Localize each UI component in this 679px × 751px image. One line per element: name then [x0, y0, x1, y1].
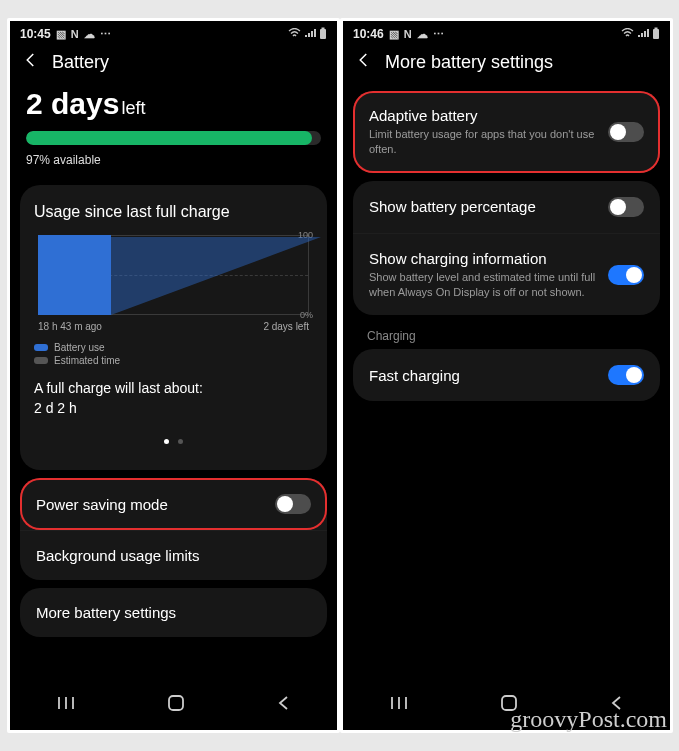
legend-swatch-blue — [34, 344, 48, 351]
estimate-value: 2 d 2 h — [34, 400, 313, 416]
back-button[interactable] — [22, 51, 40, 73]
show-charging-toggle[interactable] — [608, 265, 644, 285]
page-title: More battery settings — [385, 52, 553, 73]
n-icon: N — [404, 28, 412, 40]
time-remaining-value: 2 days — [26, 87, 119, 120]
chart-foot-right: 2 days left — [263, 321, 309, 332]
usage-card: Usage since last full charge 100 0% 18 h… — [20, 185, 327, 470]
nav-home-icon[interactable] — [167, 694, 185, 716]
show-percentage-toggle[interactable] — [608, 197, 644, 217]
battery-summary: 2 daysleft 97% available — [10, 83, 337, 173]
chart-battery-use — [38, 235, 111, 315]
show-charging-label: Show charging information — [369, 250, 600, 267]
page-dot-1 — [164, 439, 169, 444]
section-charging-label: Charging — [367, 329, 670, 343]
power-saving-row[interactable]: Power saving mode — [20, 478, 327, 530]
nav-home-icon[interactable] — [500, 694, 518, 716]
show-charging-sub: Show battery level and estimated time un… — [369, 270, 600, 300]
page-indicator[interactable] — [34, 430, 313, 448]
cloud-icon: ☁ — [84, 28, 95, 41]
usage-chart[interactable]: 100 0% — [38, 235, 309, 315]
show-percentage-label: Show battery percentage — [369, 198, 536, 215]
status-bar: 10:46 ▧ N ☁ ⋯ — [343, 21, 670, 43]
nav-back-icon[interactable] — [276, 695, 292, 715]
back-button[interactable] — [355, 51, 373, 73]
svg-rect-5 — [169, 696, 183, 710]
signal-icon — [304, 28, 316, 40]
page-dot-2 — [178, 439, 183, 444]
dots-icon: ⋯ — [100, 28, 111, 41]
show-charging-row[interactable]: Show charging information Show battery l… — [353, 233, 660, 316]
power-saving-label: Power saving mode — [36, 496, 168, 513]
battery-icon — [319, 27, 327, 41]
chart-estimated — [111, 237, 321, 315]
cloud-icon: ☁ — [417, 28, 428, 41]
fast-charging-toggle[interactable] — [608, 365, 644, 385]
battery-screen: 10:45 ▧ N ☁ ⋯ Battery 2 daysleft — [10, 21, 337, 730]
more-settings-row[interactable]: More battery settings — [20, 588, 327, 637]
more-battery-screen: 10:46 ▧ N ☁ ⋯ More battery settings Adap… — [343, 21, 670, 730]
svg-rect-1 — [322, 28, 325, 30]
show-percentage-row[interactable]: Show battery percentage — [353, 181, 660, 233]
adaptive-battery-sub: Limit battery usage for apps that you do… — [369, 127, 600, 157]
nav-recent-icon[interactable] — [389, 696, 409, 714]
estimate-label: A full charge will last about: — [34, 380, 313, 396]
legend-swatch-gray — [34, 357, 48, 364]
wifi-icon — [288, 28, 301, 40]
svg-rect-11 — [502, 696, 516, 710]
bg-limits-label: Background usage limits — [36, 547, 199, 564]
svg-rect-7 — [655, 28, 658, 30]
more-settings-label: More battery settings — [36, 604, 176, 621]
battery-bar — [26, 131, 321, 145]
svg-rect-6 — [653, 29, 659, 39]
n-icon: N — [71, 28, 79, 40]
nav-recent-icon[interactable] — [56, 696, 76, 714]
chart-legend: Battery use Estimated time — [34, 342, 313, 366]
signal-icon — [637, 28, 649, 40]
power-saving-toggle[interactable] — [275, 494, 311, 514]
usage-title: Usage since last full charge — [34, 203, 313, 221]
status-bar: 10:45 ▧ N ☁ ⋯ — [10, 21, 337, 43]
adaptive-battery-label: Adaptive battery — [369, 107, 600, 124]
wifi-icon — [621, 28, 634, 40]
time-remaining-suffix: left — [121, 98, 145, 118]
battery-percent-label: 97% available — [26, 153, 321, 167]
header: Battery — [10, 43, 337, 83]
bg-limits-row[interactable]: Background usage limits — [20, 530, 327, 580]
nav-bar — [343, 678, 670, 730]
legend-estimated: Estimated time — [54, 355, 120, 366]
image-icon: ▧ — [56, 28, 66, 41]
adaptive-battery-toggle[interactable] — [608, 122, 644, 142]
page-title: Battery — [52, 52, 109, 73]
adaptive-battery-row[interactable]: Adaptive battery Limit battery usage for… — [353, 91, 660, 173]
image-icon: ▧ — [389, 28, 399, 41]
dots-icon: ⋯ — [433, 28, 444, 41]
legend-battery-use: Battery use — [54, 342, 105, 353]
svg-rect-0 — [320, 29, 326, 39]
status-time: 10:46 — [353, 27, 384, 41]
nav-bar — [10, 678, 337, 730]
battery-bar-fill — [26, 131, 312, 145]
header: More battery settings — [343, 43, 670, 83]
battery-icon — [652, 27, 660, 41]
chart-foot-left: 18 h 43 m ago — [38, 321, 102, 332]
nav-back-icon[interactable] — [609, 695, 625, 715]
status-time: 10:45 — [20, 27, 51, 41]
fast-charging-label: Fast charging — [369, 367, 460, 384]
fast-charging-row[interactable]: Fast charging — [353, 349, 660, 401]
